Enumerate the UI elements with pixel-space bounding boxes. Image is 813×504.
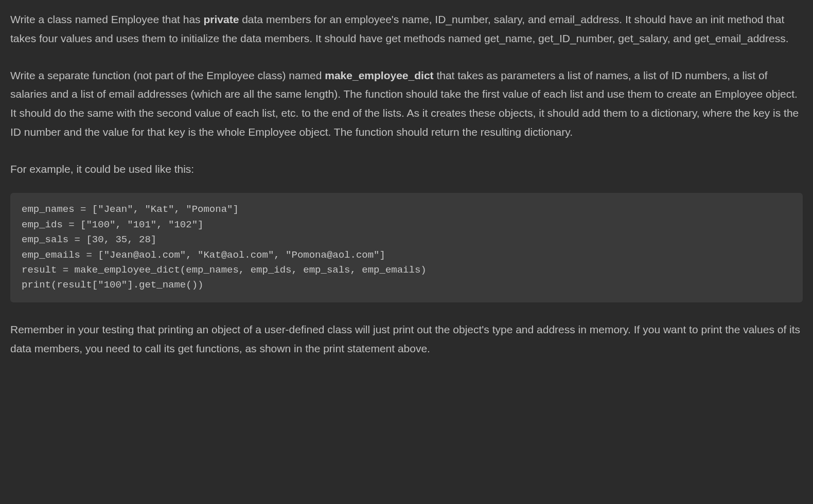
bold-function-name: make_employee_dict bbox=[325, 69, 433, 81]
paragraph-testing-note: Remember in your testing that printing a… bbox=[10, 320, 803, 358]
code-example: emp_names = ["Jean", "Kat", "Pomona"] em… bbox=[10, 193, 803, 302]
document-content: Write a class named Employee that has pr… bbox=[10, 10, 803, 358]
text-run: Write a separate function (not part of t… bbox=[10, 69, 325, 81]
text-run: Write a class named Employee that has bbox=[10, 13, 203, 25]
bold-private: private bbox=[203, 13, 239, 25]
paragraph-class-spec: Write a class named Employee that has pr… bbox=[10, 10, 803, 48]
paragraph-function-spec: Write a separate function (not part of t… bbox=[10, 66, 803, 142]
paragraph-example-intro: For example, it could be used like this: bbox=[10, 160, 803, 179]
